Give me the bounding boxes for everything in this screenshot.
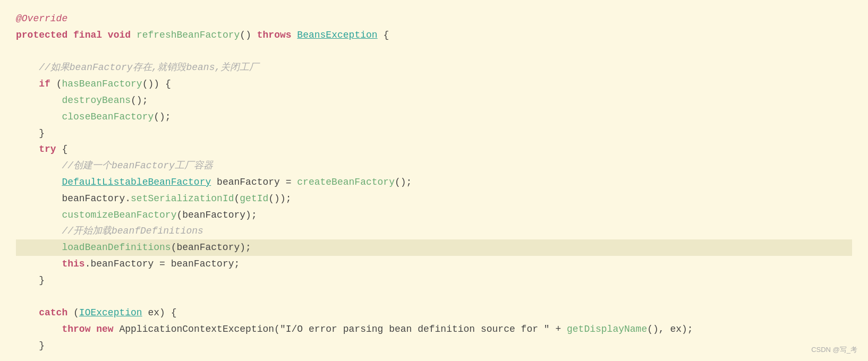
line-8: } bbox=[16, 125, 852, 142]
line-17: } bbox=[16, 272, 852, 289]
line-2: protected final void refreshBeanFactory(… bbox=[16, 27, 852, 44]
line-6: destroyBeans(); bbox=[16, 92, 852, 109]
line-22 bbox=[16, 354, 852, 361]
line-20: throw new ApplicationContextException("I… bbox=[16, 321, 852, 338]
line-12: beanFactory.setSerializationId(getId()); bbox=[16, 191, 852, 207]
line-4: //如果beanFactory存在,就销毁beans,关闭工厂 bbox=[16, 59, 852, 76]
line-3 bbox=[16, 44, 852, 60]
line-7: closeBeanFactory(); bbox=[16, 109, 852, 125]
line-10: //创建一个beanFactory工厂容器 bbox=[16, 158, 852, 174]
line-9: try { bbox=[16, 141, 852, 158]
line-1: @Override bbox=[16, 11, 852, 27]
line-5: if (hasBeanFactory()) { bbox=[16, 76, 852, 92]
line-19: catch (IOException ex) { bbox=[16, 305, 852, 321]
line-15: loadBeanDefinitions(beanFactory); bbox=[16, 239, 852, 256]
line-21: } bbox=[16, 338, 852, 354]
line-11: DefaultListableBeanFactory beanFactory =… bbox=[16, 174, 852, 191]
line-16: this.beanFactory = beanFactory; bbox=[16, 256, 852, 272]
code-block: @Overrideprotected final void refreshBea… bbox=[16, 11, 852, 361]
line-14: //开始加载beanfDefinitions bbox=[16, 223, 852, 239]
line-18 bbox=[16, 289, 852, 305]
line-13: customizeBeanFactory(beanFactory); bbox=[16, 207, 852, 224]
watermark: CSDN @写_考 bbox=[811, 345, 857, 356]
